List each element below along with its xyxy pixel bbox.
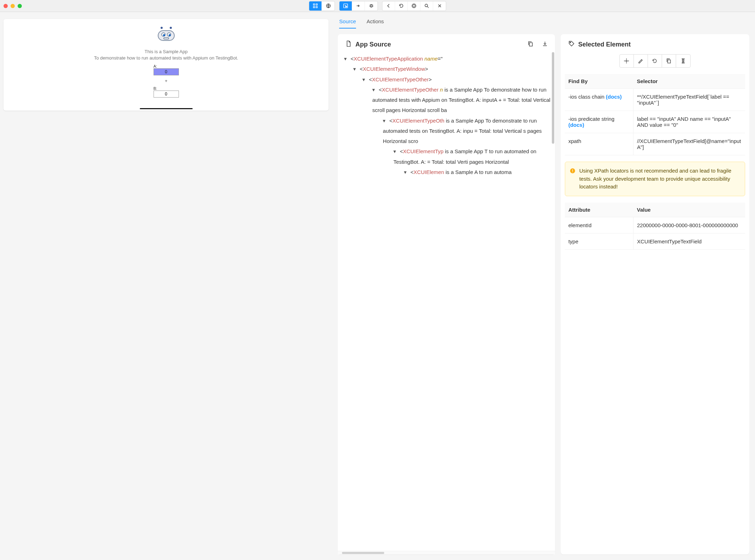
app-logo-icon [156, 27, 177, 44]
vertical-scrollbar[interactable] [552, 52, 554, 144]
tree-toggle[interactable]: ▾ [404, 167, 409, 177]
download-xml-button[interactable] [542, 41, 548, 49]
findby-header: Find By [565, 74, 634, 89]
tree-toggle[interactable]: ▾ [353, 64, 358, 74]
plus-label: + [165, 78, 168, 83]
svg-rect-6 [370, 5, 372, 7]
svg-point-10 [570, 42, 570, 43]
docs-link[interactable]: (docs) [568, 122, 584, 128]
table-row: elementId 22000000-0000-0000-8001-000000… [565, 217, 745, 233]
select-element-button[interactable] [339, 1, 352, 11]
svg-rect-12 [668, 60, 670, 63]
docs-link[interactable]: (docs) [606, 94, 622, 100]
selected-element-panel: Selected Element [561, 34, 749, 554]
top-toolbar [309, 1, 446, 11]
web-mode-button[interactable] [322, 1, 335, 11]
tap-element-button[interactable] [620, 55, 634, 67]
swipe-button[interactable] [352, 1, 365, 11]
input-b[interactable] [154, 91, 179, 98]
element-action-toolbar [561, 54, 749, 68]
minimize-window-icon[interactable] [11, 4, 15, 8]
refresh-button[interactable] [395, 1, 408, 11]
svg-point-7 [413, 5, 415, 7]
app-source-title: App Source [355, 41, 391, 48]
tree-toggle[interactable]: ▾ [383, 116, 388, 126]
quit-button[interactable] [433, 1, 446, 11]
table-row: type XCUIElementTypeTextField [565, 233, 745, 249]
app-title-text: This is a Sample App To demonstrate how … [94, 49, 238, 61]
source-tree[interactable]: ▾ <XCUIElementTypeApplication name=" ▾ <… [338, 52, 555, 551]
attribute-header: Attribute [565, 203, 634, 217]
horizontal-scrollbar[interactable] [338, 551, 555, 554]
xpath-warning-alert: ! Using XPath locators is not recommende… [565, 162, 745, 196]
svg-rect-3 [316, 6, 317, 8]
window-controls [4, 4, 22, 8]
selected-element-title: Selected Element [578, 41, 631, 48]
svg-rect-1 [316, 4, 317, 5]
table-row: -ios class chain (docs) **/XCUIElementTy… [565, 89, 745, 111]
maximize-window-icon[interactable] [18, 4, 22, 8]
tag-icon [568, 41, 575, 49]
device-preview-pane: This is a Sample App To demonstrate how … [0, 12, 332, 560]
titlebar [0, 0, 755, 12]
locator-table: Find By Selector -ios class chain (docs)… [565, 74, 745, 155]
tap-coordinates-button[interactable] [365, 1, 378, 11]
back-button[interactable] [382, 1, 395, 11]
selector-header: Selector [633, 74, 745, 89]
search-button[interactable] [420, 1, 433, 11]
record-button[interactable] [408, 1, 420, 11]
svg-point-11 [626, 60, 627, 62]
svg-point-8 [425, 4, 428, 7]
file-icon [345, 41, 352, 49]
native-mode-button[interactable] [309, 1, 322, 11]
label-b: B: [154, 86, 179, 91]
tree-toggle[interactable]: ▾ [362, 74, 367, 85]
get-timing-button[interactable] [676, 55, 690, 67]
input-a[interactable] [154, 68, 179, 75]
home-indicator [140, 108, 193, 109]
copy-xml-button[interactable] [528, 41, 534, 49]
svg-rect-0 [313, 4, 315, 5]
svg-rect-2 [313, 6, 315, 8]
tree-toggle[interactable]: ▾ [372, 85, 377, 95]
clear-element-button[interactable] [648, 55, 662, 67]
svg-rect-9 [529, 43, 532, 46]
tree-node-text: is a Sample A to run automa [445, 169, 512, 175]
tree-toggle[interactable]: ▾ [393, 146, 398, 156]
label-a: A: [154, 64, 179, 68]
tab-actions[interactable]: Actions [367, 16, 384, 29]
table-row: xpath //XCUIElementTypeTextField[@name="… [565, 133, 745, 155]
inspector-tabs: Source Actions [332, 12, 755, 29]
device-screen[interactable]: This is a Sample App To demonstrate how … [4, 19, 329, 111]
send-keys-button[interactable] [634, 55, 648, 67]
table-row: -ios predicate string (docs) label == "i… [565, 111, 745, 133]
copy-attributes-button[interactable] [662, 55, 676, 67]
attribute-table: Attribute Value elementId 22000000-0000-… [565, 203, 745, 250]
warning-icon: ! [570, 168, 575, 173]
value-header: Value [633, 203, 745, 217]
tab-source[interactable]: Source [339, 16, 356, 29]
close-window-icon[interactable] [4, 4, 8, 8]
tree-toggle[interactable]: ▾ [344, 54, 349, 64]
app-source-panel: App Source ▾ <XCUIElementTypeApplication… [338, 34, 555, 554]
